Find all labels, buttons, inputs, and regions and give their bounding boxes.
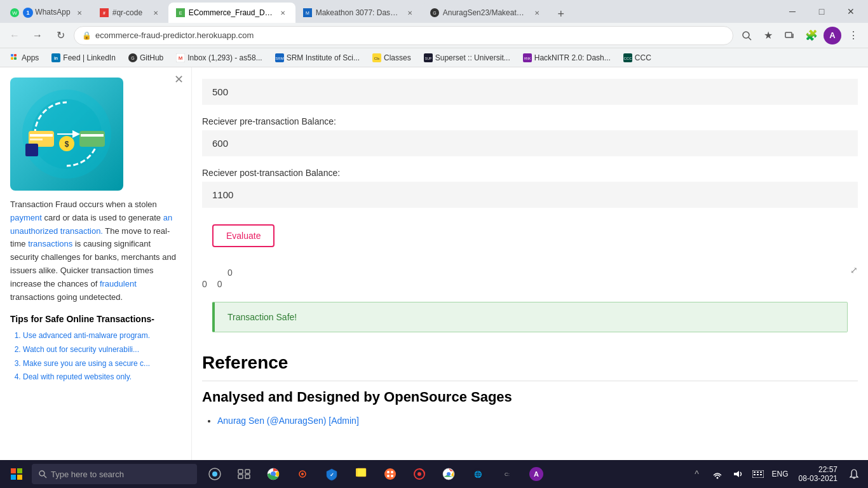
cast-button[interactable]: [780, 26, 799, 45]
tab-whatsapp-label: 1 WhatsApp: [23, 8, 71, 18]
tab-whatsapp-close[interactable]: ✕: [74, 8, 85, 18]
taskbar-spinner[interactable]: [405, 460, 433, 488]
svg-rect-82: [757, 474, 759, 475]
sender-pre-balance-label: [202, 67, 858, 79]
bookmark-superset[interactable]: SUP Superset :: Universit...: [419, 52, 515, 64]
receiver-pre-balance-display: 600: [202, 130, 858, 156]
address-bar[interactable]: 🔒 ecommerce-fraud-predictor.herokuapp.co…: [74, 26, 733, 45]
svg-rect-15: [11, 57, 13, 60]
taskbar-chrome2[interactable]: [435, 460, 463, 488]
svg-rect-12: [785, 32, 792, 37]
evaluate-button[interactable]: Evaluate: [212, 224, 275, 247]
svg-text:$: $: [65, 140, 69, 149]
search-button[interactable]: [737, 26, 756, 45]
tab-whatsapp[interactable]: W 1 WhatsApp ✕: [3, 3, 92, 23]
minimize-button[interactable]: ─: [778, 0, 807, 23]
tip-item: Make sure you are using a secure c...: [23, 357, 181, 371]
tab-makeathon[interactable]: M Makeathon 3077: Dashboard | ✕: [295, 3, 423, 23]
tab-qrcode-close[interactable]: ✕: [151, 8, 161, 18]
tab-github-close[interactable]: ✕: [532, 8, 542, 18]
back-button[interactable]: ←: [5, 26, 24, 45]
bookmark-apps[interactable]: Apps: [5, 52, 44, 64]
tip-item: Deal with reputed websites only.: [23, 370, 181, 384]
svg-rect-79: [757, 471, 759, 473]
extensions-button[interactable]: 🧩: [802, 26, 821, 45]
taskbar-task-view[interactable]: [230, 460, 258, 488]
bookmark-superset-label: Superset :: Universit...: [435, 53, 510, 62]
tab-github[interactable]: G AnuragSen23/Makeathon3077 ✕: [423, 3, 550, 23]
bookmark-ccc[interactable]: CCC CCC: [618, 52, 656, 64]
tab-ecommerce-close[interactable]: ✕: [278, 8, 288, 18]
author-link[interactable]: Anurag Sen (@AnuragSen) [Admin]: [217, 416, 359, 426]
svg-text:🌐: 🌐: [474, 470, 482, 478]
github-favicon: G: [430, 8, 439, 17]
tab-ecommerce[interactable]: E ECommerce_Fraud_Detector - ✕: [168, 3, 295, 23]
svg-text:C:: C:: [505, 471, 510, 477]
taskbar-clock[interactable]: 22:57 08-03-2021: [794, 465, 843, 483]
svg-rect-40: [81, 134, 104, 137]
menu-button[interactable]: ⋮: [844, 26, 863, 45]
close-button[interactable]: ✕: [836, 0, 865, 23]
receiver-pre-balance-label: Reciever pre-transaction Balance:: [192, 106, 868, 130]
taskbar-volume-icon[interactable]: [729, 460, 747, 488]
window-controls: ─ □ ✕: [778, 0, 865, 23]
svg-rect-78: [754, 471, 756, 473]
matrix-bottom-left: 0: [202, 279, 207, 289]
maximize-button[interactable]: □: [807, 0, 836, 23]
taskbar-games[interactable]: [376, 460, 404, 488]
tab-makeathon-close[interactable]: ✕: [405, 8, 415, 18]
sidebar-close-button[interactable]: ✕: [174, 72, 184, 86]
taskbar-keyboard-icon[interactable]: [749, 460, 767, 488]
lock-icon: 🔒: [82, 31, 92, 40]
svg-point-59: [301, 473, 304, 475]
bookmark-linkedin[interactable]: in Feed | LinkedIn: [46, 52, 121, 64]
tab-ecommerce-label: ECommerce_Fraud_Detector -: [189, 8, 274, 17]
forward-button[interactable]: →: [28, 26, 47, 45]
tab-qrcode[interactable]: # #qr-code ✕: [92, 3, 168, 23]
bookmark-gmail[interactable]: M Inbox (1,293) - as58...: [171, 52, 267, 64]
bookmark-ccc-label: CCC: [635, 53, 651, 62]
bookmark-github[interactable]: G GitHub: [123, 52, 168, 64]
taskbar-date: 08-03-2021: [799, 474, 837, 483]
svg-line-11: [749, 37, 751, 40]
start-button[interactable]: [3, 460, 31, 488]
taskbar-search[interactable]: Type here to search: [32, 464, 197, 484]
bookmark-hacknitr[interactable]: HNK HackNITR 2.0: Dash...: [518, 52, 616, 64]
taskbar-terminal[interactable]: C:: [493, 460, 521, 488]
notification-button[interactable]: [845, 460, 863, 488]
matrix-expand-icon[interactable]: ⤢: [850, 265, 858, 275]
tab-github-label: AnuragSen23/Makeathon3077: [443, 8, 528, 17]
taskbar: Type here to search ✓: [0, 460, 868, 488]
svg-text:✓: ✓: [330, 472, 334, 478]
taskbar-up-arrow[interactable]: ^: [688, 460, 706, 488]
svg-rect-38: [25, 144, 38, 156]
result-box: Transaction Safe!: [212, 302, 848, 332]
bookmark-classes[interactable]: Cls Classes: [367, 52, 416, 64]
receiver-post-balance-display: 1100: [202, 182, 858, 208]
bookmark-star-button[interactable]: ★: [759, 26, 778, 45]
svg-line-48: [44, 475, 46, 478]
taskbar-cortana[interactable]: [201, 460, 229, 488]
taskbar-language[interactable]: ENG: [770, 470, 791, 478]
new-tab-button[interactable]: +: [552, 5, 570, 23]
tips-heading: Tips for Safe Online Transactions-: [10, 314, 181, 324]
makeathon-favicon: M: [303, 8, 312, 17]
bookmark-srm[interactable]: SRM SRM Institute of Sci...: [270, 52, 365, 64]
taskbar-shield[interactable]: ✓: [318, 460, 346, 488]
matrix-container: 0 0 0 ⤢: [192, 262, 868, 294]
svg-text:E: E: [179, 11, 182, 15]
svg-rect-80: [760, 471, 762, 473]
taskbar-files[interactable]: [347, 460, 375, 488]
svg-text:SRM: SRM: [275, 57, 283, 60]
taskbar-profile-icon[interactable]: A: [522, 460, 550, 488]
matrix-bottom-right: 0: [217, 279, 222, 289]
taskbar-network-icon2[interactable]: 🌐: [464, 460, 492, 488]
taskbar-camera[interactable]: [288, 460, 316, 488]
profile-avatar[interactable]: A: [824, 27, 841, 44]
reference-section: Reference: [192, 340, 868, 381]
bookmark-gmail-label: Inbox (1,293) - as58...: [187, 53, 262, 62]
taskbar-chrome[interactable]: [259, 460, 287, 488]
svg-rect-46: [17, 475, 22, 480]
reload-button[interactable]: ↻: [51, 26, 70, 45]
taskbar-network-icon[interactable]: [709, 460, 726, 488]
